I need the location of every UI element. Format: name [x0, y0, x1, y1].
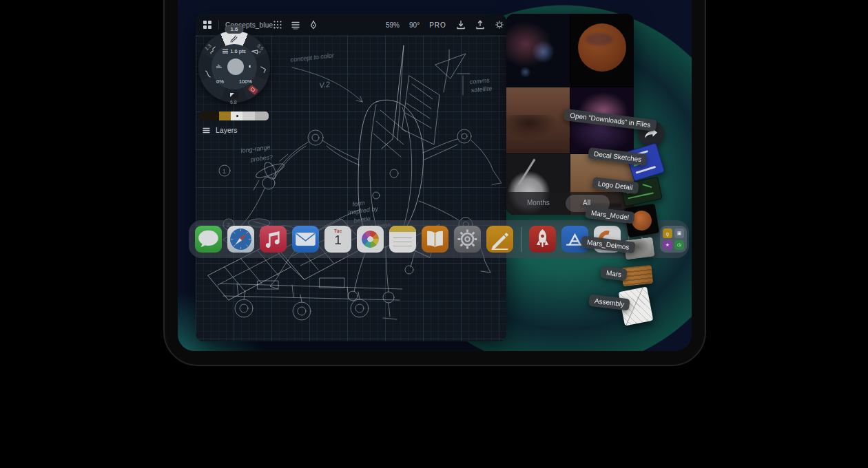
library-mini-clock-icon: ◷	[674, 240, 684, 250]
home-grid-icon[interactable]	[203, 20, 212, 30]
photo-thumbnail-mars-globe[interactable]	[570, 14, 634, 87]
photos-flower-icon	[362, 231, 379, 248]
color-preview-circle[interactable]	[227, 58, 244, 75]
color-swatch-white[interactable]	[231, 111, 242, 120]
app-icon-rocket[interactable]	[529, 226, 556, 253]
ipad-screen: Concepts_blue…	[178, 0, 692, 351]
concepts-app-window[interactable]: Concepts_blue…	[196, 14, 506, 341]
tool-wheel-hub[interactable]: 1.6 pts ◐ 0% 100%	[211, 44, 257, 89]
linea-pen-icon	[486, 226, 513, 253]
calendar-day: 1	[324, 233, 351, 248]
app-icon-concepts[interactable]	[594, 226, 621, 253]
color-swatch-gold[interactable]	[219, 111, 231, 120]
tab-months[interactable]: Months	[527, 199, 550, 206]
app-icon-linea-sketch[interactable]	[486, 226, 513, 253]
dots-grid-icon[interactable]	[273, 20, 282, 30]
app-icon-app-store[interactable]	[561, 226, 588, 253]
app-icon-notes[interactable]	[389, 226, 416, 253]
zoom-level[interactable]: 59%	[386, 21, 400, 29]
import-icon[interactable]	[456, 20, 466, 30]
pro-badge[interactable]: PRO	[429, 21, 446, 29]
library-mini-camera-icon: ▣	[674, 228, 684, 238]
color-swatch-lightgray[interactable]	[242, 111, 255, 120]
rotation-angle[interactable]: 90°	[409, 21, 420, 29]
dock-divider-2	[628, 227, 629, 252]
stacked-lines-icon[interactable]	[291, 20, 300, 30]
app-icon-safari[interactable]	[227, 226, 254, 253]
app-icon-calendar[interactable]: Tue 1	[324, 226, 351, 253]
mail-envelope-icon	[292, 226, 319, 253]
color-palette-bar[interactable]	[200, 111, 269, 120]
export-share-icon[interactable]	[475, 20, 485, 30]
fill-tool-icon[interactable]	[229, 92, 238, 98]
app-icon-books[interactable]	[422, 226, 448, 253]
settings-gear-icon[interactable]	[495, 20, 504, 30]
annotation-concept: concept to color	[290, 52, 335, 63]
app-icon-settings[interactable]	[454, 226, 481, 253]
photos-app-window[interactable]: Months All	[506, 14, 634, 215]
annotation-comms-1: comms	[469, 76, 490, 85]
opacity-min-label[interactable]: 0%	[216, 78, 224, 85]
messages-bubble-icon	[195, 226, 222, 253]
safari-compass-icon	[227, 226, 254, 253]
rocket-icon	[529, 226, 556, 253]
marker-1: 1	[223, 168, 226, 175]
annotation-comms-2: satellite	[471, 85, 492, 94]
texture-icon[interactable]	[216, 63, 223, 70]
dock-divider	[521, 227, 521, 252]
color-swatch-black[interactable]	[200, 111, 219, 120]
layers-button[interactable]: Layers	[203, 126, 238, 134]
marker-tool-icon[interactable]	[260, 65, 267, 74]
annotation-version: V.2	[319, 80, 331, 89]
photo-thumbnail-orion-nebula[interactable]	[570, 87, 634, 153]
ipad-device-frame: Concepts_blue…	[163, 0, 706, 366]
color-swatch-gray[interactable]	[255, 111, 269, 120]
toolbar-divider	[218, 20, 219, 30]
layers-menu-icon	[203, 127, 210, 134]
library-mini-tips-icon: ϙ	[663, 228, 672, 238]
active-tool-size-badge: 1.6	[225, 25, 243, 34]
opacity-max-label[interactable]: 100%	[239, 78, 252, 85]
dock-collapse-button[interactable]	[637, 226, 654, 253]
chevron-down-icon	[641, 237, 650, 242]
line-weight-value[interactable]: 1.6 pts	[230, 48, 246, 54]
line-weight-icon	[223, 49, 228, 54]
layers-label: Layers	[216, 126, 238, 134]
app-icon-photos[interactable]	[357, 226, 384, 253]
concepts-c-logo	[595, 227, 619, 251]
library-mini-star-icon: ★	[663, 240, 672, 250]
app-icon-mail[interactable]	[292, 226, 319, 253]
photos-tab-bar: Months All	[506, 192, 634, 215]
pencil-tool-icon[interactable]	[229, 34, 239, 43]
books-open-book-icon	[422, 226, 448, 253]
settings-gear-glyph	[454, 226, 481, 253]
app-icon-music[interactable]	[260, 226, 287, 253]
annotation-probes-1: long-range	[240, 144, 271, 154]
app-icon-messages[interactable]	[195, 226, 222, 253]
music-note-icon	[260, 226, 287, 253]
selected-color-dot	[236, 115, 238, 117]
tab-all[interactable]: All	[583, 199, 590, 206]
tool-wheel[interactable]: 1.6 1.3 3.5	[198, 31, 270, 103]
annotation-probes-2: probes?	[249, 153, 273, 163]
dock: Tue 1	[189, 220, 689, 258]
photo-grid	[506, 14, 634, 215]
tool-size-bottom: 6.8	[230, 100, 237, 105]
pen-nib-icon[interactable]	[309, 20, 318, 30]
photo-thumbnail-mars-surface[interactable]	[506, 87, 570, 153]
app-icon-app-library[interactable]: ϙ ▣ ★ ◷	[660, 226, 687, 253]
eraser-tool-icon[interactable]	[205, 70, 212, 78]
opacity-icon[interactable]: ◐	[249, 63, 252, 70]
photo-thumbnail-horsehead-nebula[interactable]	[506, 14, 570, 87]
app-store-a-icon	[561, 226, 588, 253]
